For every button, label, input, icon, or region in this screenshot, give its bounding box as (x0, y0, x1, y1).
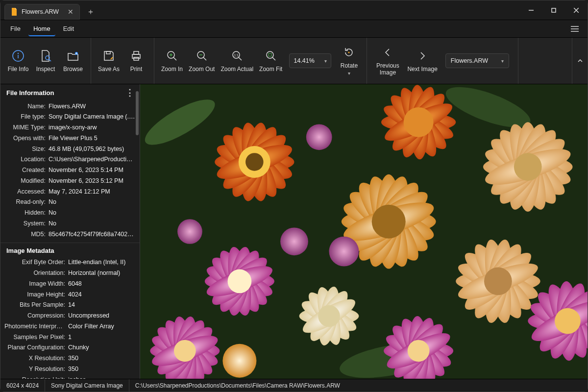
svg-point-45 (228, 270, 252, 294)
svg-point-51 (555, 308, 581, 334)
inspect-button[interactable]: Inspect (32, 42, 59, 79)
status-dimensions: 6024 x 4024 (0, 379, 45, 392)
svg-point-49 (484, 268, 512, 295)
new-tab-button[interactable]: ＋ (83, 5, 98, 19)
info-value: 350 (68, 365, 136, 374)
svg-rect-1 (552, 8, 556, 12)
info-row: Exif Byte Order:Little-endian (Intel, II… (0, 257, 140, 268)
info-key: Resolution Unit: (4, 375, 68, 379)
info-value: No (49, 197, 136, 207)
previous-image-button[interactable]: Previous Image (371, 42, 404, 79)
hamburger-menu-icon[interactable] (567, 22, 583, 36)
close-window-button[interactable] (565, 0, 588, 20)
zoom-level-select[interactable]: 14.41% ▾ (289, 53, 331, 68)
info-key: Image Width: (4, 279, 68, 289)
info-row: Y Resolution:350 (0, 364, 140, 374)
info-row: Created:November 6, 2023 5:14 PM (0, 165, 140, 176)
info-key: Compression: (4, 311, 68, 320)
minimize-button[interactable] (520, 0, 542, 20)
info-key: Modified: (4, 176, 49, 186)
info-value: No (49, 219, 136, 228)
info-value: Horizontal (normal) (68, 269, 136, 278)
info-key: Hidden: (4, 208, 49, 218)
file-select-value: Flowers.ARW (451, 57, 488, 64)
svg-point-27 (267, 51, 273, 58)
info-key: Y Resolution: (4, 365, 68, 374)
info-key: Planar Configuration: (4, 343, 68, 352)
collapse-ribbon-button[interactable] (572, 38, 588, 84)
info-key: System: (4, 219, 49, 228)
zoom-actual-icon: 1:1 (231, 49, 244, 63)
rotate-icon (343, 46, 355, 59)
info-key: Orientation: (4, 269, 68, 278)
titlebar: Flowers.ARW ✕ ＋ (0, 0, 588, 20)
svg-point-47 (174, 340, 196, 362)
file-select[interactable]: Flowers.ARW ▾ (445, 53, 509, 68)
menu-file[interactable]: File (5, 21, 25, 36)
info-value: inches (68, 375, 136, 379)
info-key: Read-only: (4, 197, 49, 207)
info-value: File Viewer Plus 5 (49, 134, 136, 143)
svg-point-55 (408, 340, 430, 362)
sidebar-scrollbar[interactable] (136, 91, 139, 135)
next-image-button[interactable]: Next Image (404, 42, 440, 79)
menu-edit[interactable]: Edit (58, 21, 79, 36)
info-row: Planar Configuration:Chunky (0, 343, 140, 353)
chevron-left-icon (382, 46, 393, 59)
info-value: Little-endian (Intel, II) (68, 258, 136, 267)
info-key: File type: (4, 112, 49, 122)
document-tab[interactable]: Flowers.ARW ✕ (4, 4, 80, 20)
close-tab-icon[interactable]: ✕ (68, 8, 74, 16)
info-key: Size: (4, 145, 49, 154)
info-row: Image Height:4024 (0, 289, 140, 300)
info-row: Read-only:No (0, 197, 140, 208)
save-as-button[interactable]: Save As (95, 42, 122, 79)
info-row: System:No (0, 218, 140, 229)
panel-menu-icon[interactable]: ⋮ (125, 87, 135, 98)
ribbon-toolbar: File Info Inspect Browse Save As Print (0, 38, 588, 84)
info-row: Compression:Uncompressed (0, 311, 140, 321)
zoom-actual-button[interactable]: 1:1 Zoom Actual (218, 42, 256, 79)
info-row: Orientation:Horizontal (normal) (0, 268, 140, 279)
info-value: Color Filter Array (68, 322, 136, 331)
svg-point-30 (348, 52, 350, 53)
svg-line-28 (272, 57, 275, 60)
chevron-right-icon (417, 49, 428, 63)
info-row: Photometric Interpreta...Color Filter Ar… (0, 321, 140, 332)
info-key: Samples Per Pixel: (4, 333, 68, 342)
info-row: Opens with:File Viewer Plus 5 (0, 133, 140, 144)
info-row: Modified:November 6, 2023 5:12 PM (0, 175, 140, 186)
svg-point-60 (222, 344, 256, 378)
svg-rect-16 (134, 57, 139, 60)
info-row: Resolution Unit:inches (0, 374, 140, 379)
info-row: File type:Sony Digital Camera Image (.ar… (0, 112, 140, 122)
svg-point-58 (329, 237, 359, 267)
info-key: Opens with: (4, 134, 49, 143)
zoom-fit-icon (265, 49, 277, 63)
info-icon (12, 49, 24, 63)
info-value: Chunky (68, 343, 136, 352)
print-button[interactable]: Print (122, 42, 150, 79)
zoom-out-button[interactable]: Zoom Out (186, 42, 218, 79)
menu-home[interactable]: Home (28, 21, 55, 36)
info-value: November 6, 2023 5:14 PM (49, 166, 136, 175)
rotate-button[interactable]: Rotate ▾ (335, 42, 363, 79)
svg-rect-13 (106, 51, 110, 54)
info-row: Image Width:6048 (0, 278, 140, 289)
svg-point-56 (306, 124, 332, 150)
svg-line-22 (203, 57, 206, 60)
info-value: Sony Digital Camera Image (.arw) (49, 112, 136, 122)
zoom-level-value: 14.41% (294, 57, 314, 64)
info-key: Accessed: (4, 187, 49, 196)
info-key: X Resolution: (4, 354, 68, 363)
file-info-button[interactable]: File Info (4, 42, 32, 79)
image-viewer[interactable] (140, 84, 588, 379)
svg-rect-15 (134, 51, 139, 54)
zoom-in-button[interactable]: Zoom In (158, 42, 186, 79)
browse-button[interactable]: Browse (59, 42, 87, 79)
zoom-fit-button[interactable]: Zoom Fit (256, 42, 285, 79)
svg-text:1:1: 1:1 (234, 53, 239, 57)
maximize-button[interactable] (542, 0, 565, 20)
info-row: Samples Per Pixel:1 (0, 332, 140, 343)
info-row: Hidden:No (0, 208, 140, 219)
